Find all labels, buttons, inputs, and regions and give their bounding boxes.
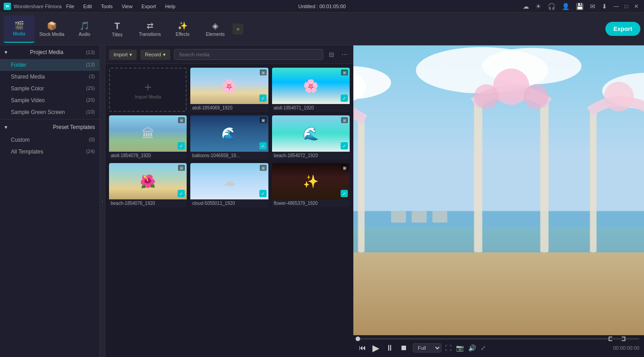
menu-edit[interactable]: Edit [81,3,94,10]
svg-rect-18 [590,112,597,253]
media-item-label: flower-4865379_1920 [272,199,350,207]
mail-icon[interactable]: ✉ [589,3,597,10]
tool-effects[interactable]: ✨ Effects [167,15,198,43]
record-button[interactable]: Record ▾ [140,50,170,60]
export-button[interactable]: Export [605,22,640,36]
pause-button[interactable]: ⏸ [385,342,395,354]
zoom-select[interactable]: Full 25% 50% 75% 150% [413,343,441,352]
sun-icon[interactable]: ☀ [534,3,543,10]
tool-titles[interactable]: T Titles [102,15,133,43]
media-item-atoll3[interactable]: 🏛 ▣ ✓ atoll-1854078_1920 [109,115,187,159]
media-check-icon: ✓ [178,190,185,197]
tool-media[interactable]: 🎬 Media [4,15,35,43]
tool-stock-media[interactable]: 📦 Stock Media [36,15,67,43]
snapshot-button[interactable]: 📷 [455,343,465,352]
maximize-button[interactable]: □ [622,2,630,10]
minimize-button[interactable]: — [612,2,620,10]
shared-media-label: Shared Media [11,74,45,80]
transitions-icon: ⇄ [147,21,154,31]
record-chevron-icon: ▾ [163,52,166,58]
expand-button[interactable]: ⤢ [480,343,487,352]
media-item-beach2[interactable]: 🌺 ▣ ✓ beach-1854076_1920 [109,163,187,207]
tool-audio[interactable]: 🎵 Audio [69,15,100,43]
media-check-icon: ✓ [178,142,185,149]
stock-icon: 📦 [47,21,57,31]
toolbar-extend-button[interactable]: » [233,24,243,35]
media-type-icon: ▣ [341,165,348,171]
app-name: Wondershare Filmora [14,4,62,9]
media-check-icon: ✓ [341,142,348,149]
sidebar-item-green-screen[interactable]: Sample Green Screen (10) [0,106,99,118]
preview-placeholder [353,45,644,335]
green-screen-label: Sample Green Screen [11,109,65,115]
play-button[interactable]: ▶ [372,342,380,354]
media-item-label: atoll-1854071_1920 [272,104,350,112]
project-media-header[interactable]: ▾ Project Media (13) [0,45,99,59]
panel-collapse-button[interactable]: ‹ [100,45,105,357]
elements-icon: ◈ [212,21,218,31]
sidebar-item-all-templates[interactable]: All Templates (24) [0,146,99,158]
preview-controls: ⏮ ▶ ⏸ ⏹ Full 25% 50% 75% 150% ⛶ 📷 🔊 ⤢ [353,335,644,357]
prev-frame-button[interactable]: ⏮ [358,343,367,353]
filter-button[interactable]: ⊟ [327,49,336,60]
media-item-atoll2[interactable]: 🌸 ▣ ✓ atoll-1854071_1920 [272,68,350,112]
save-icon[interactable]: 💾 [575,3,585,10]
media-check-icon: ✓ [259,190,267,197]
preview-timeline-bar[interactable] [358,338,639,340]
headphone-icon[interactable]: 🎧 [546,3,557,10]
media-item-cloud[interactable]: ☁ ▣ ✓ cloud-5055011_1920 [190,163,268,207]
media-item-flower[interactable]: ✨ ▣ ✓ flower-4865379_1920 [272,163,350,207]
import-media-placeholder[interactable]: + Import Media [109,68,187,112]
search-input[interactable] [174,49,323,60]
view-controls: Full 25% 50% 75% 150% ⛶ 📷 🔊 ⤢ [413,343,487,352]
app-logo: W [4,3,11,10]
tool-transitions[interactable]: ⇄ Transitions [134,15,165,43]
effects-icon: ✨ [178,21,188,31]
preview-video [353,45,644,335]
tool-effects-label: Effects [176,32,189,37]
timeline-out-point[interactable] [622,337,625,341]
media-type-icon: ▣ [260,117,267,123]
volume-button[interactable]: 🔊 [467,343,477,352]
menu-view[interactable]: View [120,3,134,10]
sidebar-item-shared-media[interactable]: Shared Media (3) [0,71,99,83]
folder-count: (13) [86,62,95,68]
menu-tools[interactable]: Tools [99,3,114,10]
import-media-label: Import Media [134,94,161,99]
svg-rect-27 [412,211,427,223]
sidebar-item-sample-color[interactable]: Sample Color (25) [0,83,99,94]
media-item-balloons[interactable]: 🌊 ▣ ✓ balloons-1046658_19... [190,115,268,159]
menu-help[interactable]: Help [163,3,177,10]
media-check-icon: ✓ [259,94,267,102]
person-icon[interactable]: 👤 [560,3,571,10]
menu-export[interactable]: Export [140,3,158,10]
timeline-in-point[interactable] [609,337,612,341]
view-mode-button[interactable]: ⋯ [340,49,350,60]
folder-label: Folder [11,62,26,68]
media-item-atoll1[interactable]: 🌸 ▣ ✓ atoll-1854069_1920 [190,68,268,112]
download-icon[interactable]: ⬇ [600,3,609,10]
timeline-handle[interactable] [356,337,360,341]
time-display: 00:00:00:00 [613,345,639,351]
menu-file[interactable]: File [64,3,76,10]
media-type-icon: ▣ [178,165,185,171]
sidebar-item-sample-video[interactable]: Sample Video (20) [0,94,99,106]
import-button[interactable]: Import ▾ [109,50,137,60]
sample-color-label: Sample Color [11,85,44,92]
sidebar-item-custom[interactable]: Custom (0) [0,134,99,146]
fullscreen-button[interactable]: ⛶ [444,343,452,352]
media-type-icon: ▣ [260,165,267,171]
media-item-beach1[interactable]: 🌊 ▣ ✓ beach-1854072_1920 [272,115,350,159]
media-item-label: cloud-5055011_1920 [190,199,268,207]
titlebar: W Wondershare Filmora File Edit Tools Vi… [0,0,644,13]
cloud-icon[interactable]: ☁ [521,3,530,10]
media-check-icon: ✓ [341,94,348,102]
tool-elements[interactable]: ◈ Elements [200,15,231,43]
sidebar-item-folder[interactable]: Folder (13) [0,59,99,71]
svg-rect-14 [540,104,548,253]
stop-button[interactable]: ⏹ [399,343,408,353]
project-media-label: Project Media [30,49,63,55]
preset-templates-header[interactable]: ▾ Preset Templates [0,120,99,134]
close-button[interactable]: ✕ [632,2,640,10]
titlebar-left: W Wondershare Filmora File Edit Tools Vi… [4,3,177,10]
